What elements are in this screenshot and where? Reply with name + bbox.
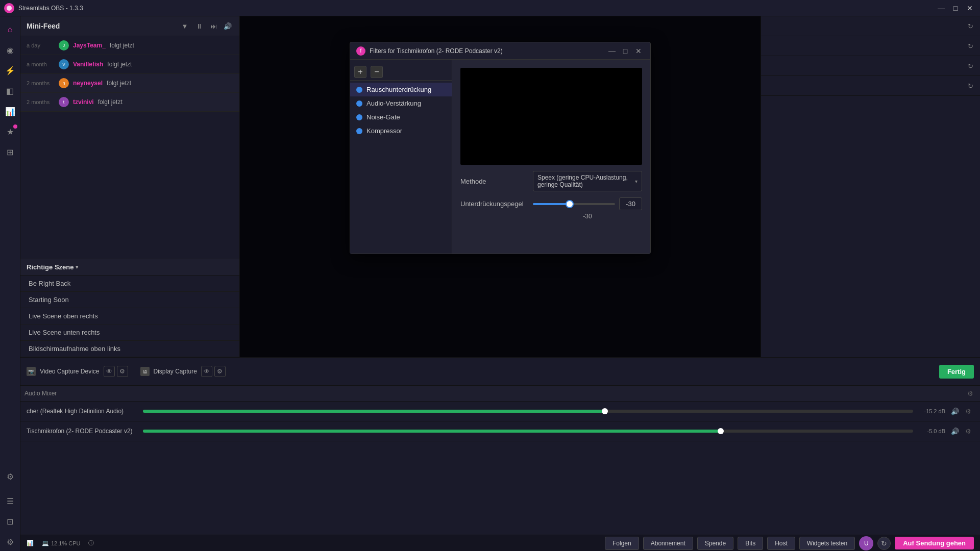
- dialog-minimize-button[interactable]: —: [606, 45, 618, 57]
- feed-pause-button[interactable]: ⏸: [193, 20, 205, 32]
- audio-mixer-settings-button[interactable]: ⚙: [965, 388, 976, 399]
- scene-item-2[interactable]: Starting Soon: [20, 292, 239, 308]
- methode-control: Speex (geringe CPU-Auslastung, geringe Q…: [533, 171, 642, 191]
- scene-item-3[interactable]: Live Scene oben rechts: [20, 308, 239, 324]
- audio-channel-2-settings-button[interactable]: ⚙: [963, 425, 974, 437]
- source-display-settings-button[interactable]: ⚙: [214, 366, 226, 377]
- source-video-icon: 📷: [27, 367, 36, 376]
- methode-dropdown[interactable]: Speex (geringe CPU-Auslastung, geringe Q…: [533, 171, 642, 191]
- audio-mixer-header: Audio Mixer ⚙: [20, 386, 980, 402]
- sidebar-item-alerts[interactable]: ⚡: [1, 61, 19, 80]
- minimize-button[interactable]: —: [935, 2, 947, 14]
- feed-user-1[interactable]: JaysTeam_: [73, 42, 106, 49]
- source-item-video: 📷 Video Capture Device 👁 ⚙: [27, 366, 128, 377]
- right-panel: ↻ ↻ ↻ ↻: [761, 16, 980, 357]
- feed-filter-button[interactable]: ▼: [179, 20, 190, 32]
- add-filter-button[interactable]: +: [354, 66, 366, 78]
- maximize-button[interactable]: □: [949, 2, 962, 14]
- audio-channel-1-track[interactable]: [143, 410, 913, 413]
- feed-item: a month V Vanillefish folgt jetzt: [20, 55, 239, 74]
- spende-button[interactable]: Spende: [697, 537, 733, 550]
- filter-item-kompressor[interactable]: Kompressor: [350, 124, 452, 138]
- fertig-button[interactable]: Fertig: [939, 365, 974, 379]
- status-cpu: 💻 12.1% CPU: [42, 540, 80, 546]
- right-refresh-btn-2[interactable]: ↻: [965, 40, 976, 52]
- sidebar-item-new[interactable]: ★: [1, 122, 19, 141]
- source-video-eye-button[interactable]: 👁: [104, 366, 115, 377]
- feed-item: a day J JaysTeam_ folgt jetzt: [20, 36, 239, 55]
- filter-dot-1: [356, 87, 362, 93]
- status-bar: 📊 💻 12.1% CPU ⓘ Folgen Abonnement Spende…: [20, 535, 980, 551]
- scene-item-4[interactable]: Live Scene unten rechts: [20, 324, 239, 341]
- scene-item-5[interactable]: Bildschirmaufnahme oben links: [20, 341, 239, 357]
- audio-channel-2-track[interactable]: [143, 430, 913, 433]
- source-video-settings-button[interactable]: ⚙: [117, 366, 128, 377]
- filter-list-toolbar: + −: [350, 64, 452, 81]
- widgets-testen-button[interactable]: Widgets testen: [799, 537, 855, 550]
- status-chart: 📊: [27, 540, 34, 546]
- abonnement-button[interactable]: Abonnement: [643, 537, 693, 550]
- filter-item-noisegate[interactable]: Noise-Gate: [350, 110, 452, 124]
- dialog-maximize-button[interactable]: □: [620, 45, 631, 57]
- sidebar-item-bottom2[interactable]: ☰: [1, 492, 19, 510]
- suppression-slider-thumb[interactable]: [566, 200, 574, 208]
- feed-volume-button[interactable]: 🔊: [222, 20, 233, 32]
- folgen-button[interactable]: Folgen: [605, 537, 639, 550]
- filter-item-audioverstaerkung[interactable]: Audio-Verstärkung: [350, 96, 452, 110]
- filter-item-rauschunterdrueckung[interactable]: Rauschunterdrückung: [350, 83, 452, 96]
- right-refresh-btn-3[interactable]: ↻: [965, 60, 976, 71]
- feed-user-3[interactable]: neyneysel: [73, 80, 103, 87]
- suppression-control: -30: [533, 197, 642, 210]
- sidebar-item-home[interactable]: ⌂: [1, 20, 19, 39]
- status-info[interactable]: ⓘ: [88, 539, 94, 547]
- close-button[interactable]: ✕: [964, 2, 976, 14]
- sidebar-item-bottom3[interactable]: ⊡: [1, 512, 19, 531]
- sidebar-item-bottom1[interactable]: ⚙: [1, 467, 19, 486]
- right-refresh-btn-4[interactable]: ↻: [965, 80, 976, 91]
- audio-channel-2-fill: [143, 430, 721, 433]
- audio-channel-1-db: -15.2 dB: [917, 408, 945, 414]
- right-refresh-btn-1[interactable]: ↻: [965, 20, 976, 32]
- feed-action-4: folgt jetzt: [98, 98, 122, 106]
- scene-title: Richtige Szene: [27, 263, 74, 271]
- audio-channel-2-thumb[interactable]: [718, 428, 724, 434]
- main-layout: ⌂ ◉ ⚡ ◧ 📊 ★ ⊞ ⚙ ☰ ⊡ ⚙ Mini-Feed ▼: [0, 16, 980, 551]
- remove-filter-button[interactable]: −: [371, 66, 383, 78]
- scene-item-1[interactable]: Be Right Back: [20, 276, 239, 292]
- host-button[interactable]: Host: [767, 537, 795, 550]
- suppression-slider-fill: [533, 203, 570, 205]
- chart-icon: 📊: [27, 540, 34, 546]
- filter-label-3: Noise-Gate: [366, 113, 400, 121]
- sidebar-item-stats[interactable]: 📊: [1, 102, 19, 120]
- user-avatar: U: [859, 536, 873, 550]
- feed-user-2[interactable]: Vanillefish: [73, 61, 103, 68]
- app-title: Streamlabs OBS - 1.3.3: [18, 5, 935, 12]
- feed-time-4: 2 months: [27, 99, 55, 105]
- scene-dropdown-icon[interactable]: ▾: [76, 264, 79, 270]
- sidebar-item-feed[interactable]: ◉: [1, 41, 19, 59]
- feed-user-4[interactable]: tzvinivi: [73, 98, 94, 106]
- audio-mixer: Audio Mixer ⚙ cher (Realtek High Definit…: [20, 386, 980, 535]
- suppression-value-box[interactable]: -30: [619, 197, 642, 210]
- audio-channel-1-thumb[interactable]: [602, 408, 608, 414]
- sidebar-item-overlays[interactable]: ◧: [1, 82, 19, 100]
- new-badge: [13, 124, 17, 129]
- audio-channel-2-mute-button[interactable]: 🔊: [949, 425, 961, 437]
- audio-channel-2-db: -5.0 dB: [917, 428, 945, 434]
- left-panel: Mini-Feed ▼ ⏸ ⏭ 🔊 a day J JaysTeam_: [20, 16, 240, 357]
- sidebar-item-bottom4[interactable]: ⚙: [1, 533, 19, 551]
- bits-button[interactable]: Bits: [738, 537, 763, 550]
- suppression-slider-track[interactable]: [533, 203, 615, 205]
- refresh-button[interactable]: ↻: [877, 537, 891, 550]
- feed-time-1: a day: [27, 42, 55, 48]
- sidebar-item-extra[interactable]: ⊞: [1, 143, 19, 161]
- feed-skip-button[interactable]: ⏭: [208, 20, 219, 32]
- methode-dropdown-arrow: ▾: [635, 179, 638, 184]
- auf-sendung-button[interactable]: Auf Sendung gehen: [895, 537, 974, 549]
- dialog-close-button[interactable]: ✕: [633, 45, 644, 57]
- audio-channel-1-mute-button[interactable]: 🔊: [949, 406, 961, 417]
- bottom-right-buttons: Folgen Abonnement Spende Bits Host Widge…: [605, 536, 974, 550]
- audio-channel-1-settings-button[interactable]: ⚙: [963, 406, 974, 417]
- audio-mixer-title: Audio Mixer: [24, 390, 57, 397]
- source-display-eye-button[interactable]: 👁: [201, 366, 212, 377]
